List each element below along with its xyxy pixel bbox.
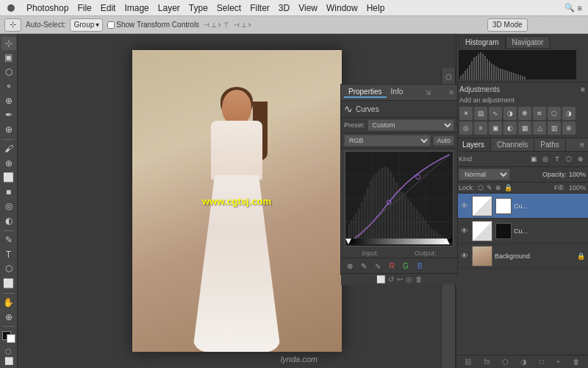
menu-extra[interactable]: ≡ (578, 4, 582, 13)
text-tool[interactable]: T (1, 248, 16, 261)
link-layers-btn[interactable]: ⛓ (465, 358, 472, 366)
pen-tool[interactable]: ✎ (1, 233, 16, 247)
3d-mode-btn[interactable]: 3D Mode (487, 18, 528, 32)
channel-dropdown[interactable]: RGB (344, 135, 431, 146)
curves-adj[interactable]: ∿ (489, 107, 502, 120)
gradient-tool[interactable]: ■ (1, 185, 16, 199)
exposure-adj[interactable]: ◑ (503, 107, 517, 120)
tab-info[interactable]: Info (387, 87, 408, 98)
delete-layer-btn[interactable]: 🗑 (573, 358, 580, 366)
layer-adj-icon[interactable]: ◎ (540, 154, 551, 164)
vibrance-adj[interactable]: ❋ (518, 107, 531, 120)
brightness-adj[interactable]: ☀ (459, 107, 473, 120)
levels-adj[interactable]: ▤ (474, 107, 487, 120)
hsl-adj[interactable]: ≋ (533, 107, 546, 120)
add-style-btn[interactable]: fx (484, 358, 490, 366)
lock-transparent-icon[interactable]: ⬡ (478, 184, 484, 191)
layer-pixel-icon[interactable]: ▣ (528, 154, 539, 164)
color-swatch[interactable] (2, 331, 15, 343)
visibility-curves-btn[interactable]: ◎ (406, 275, 412, 283)
search-icon[interactable]: 🔍 (564, 3, 575, 13)
threshold-adj[interactable]: △ (533, 121, 546, 135)
tab-properties[interactable]: Properties (344, 87, 387, 98)
preset-dropdown[interactable]: Custom (368, 119, 454, 131)
curves-smooth-btn[interactable]: ∿ (372, 260, 384, 272)
transform-controls-checkbox[interactable] (107, 21, 115, 29)
layer-item-curves2[interactable]: 👁 Cu... (456, 219, 588, 244)
colorbalance-adj[interactable]: ⬡ (548, 107, 561, 120)
layer-smart-icon[interactable]: ⊕ (576, 154, 586, 164)
add-group-btn[interactable]: □ (539, 358, 544, 366)
colorlookup-adj[interactable]: ▣ (489, 121, 502, 135)
apple-icon[interactable] (6, 3, 16, 13)
background-color[interactable] (7, 334, 15, 343)
quick-select-tool[interactable]: ⚬ (1, 80, 16, 93)
invert-adj[interactable]: ◐ (503, 121, 517, 135)
menu-3d[interactable]: 3D (274, 0, 294, 16)
tab-paths[interactable]: Paths (534, 138, 566, 151)
menu-edit[interactable]: Edit (96, 0, 121, 16)
path-tool[interactable]: ⬡ (1, 262, 16, 275)
lock-all-icon[interactable]: 🔒 (504, 184, 512, 191)
menu-type[interactable]: Type (184, 0, 212, 16)
curves-channel-g[interactable]: G (400, 260, 412, 272)
move-tool[interactable]: ⊹ (1, 37, 16, 50)
curves-channel-b[interactable]: B (414, 260, 426, 272)
tab-layers[interactable]: Layers (456, 138, 491, 151)
menu-window[interactable]: Window (322, 0, 362, 16)
layer-visibility-2[interactable]: 👁 (459, 226, 470, 236)
move-tool-btn[interactable]: ⊹ (4, 18, 21, 32)
fill-value[interactable]: 100% (569, 184, 586, 191)
menu-photoshop[interactable]: Photoshop (22, 0, 73, 16)
crop-tool[interactable]: ⊕ (1, 94, 16, 107)
menu-layer[interactable]: Layer (154, 0, 184, 16)
hand-tool[interactable]: ✋ (1, 296, 16, 309)
expand-panel-btn[interactable]: ⇲ (425, 88, 431, 96)
menu-image[interactable]: Image (120, 0, 153, 16)
channelmixer-adj[interactable]: ≡ (474, 121, 487, 135)
menu-select[interactable]: Select (212, 0, 245, 16)
curves-point-tool[interactable]: ⊕ (344, 260, 356, 272)
menu-file[interactable]: File (73, 0, 96, 16)
dodge-tool[interactable]: ◐ (1, 214, 16, 227)
eraser-tool[interactable]: ⬜ (1, 171, 16, 185)
quick-mask-btn[interactable]: ⬡ (5, 347, 12, 355)
undo-curves-btn[interactable]: ↺ (388, 275, 394, 283)
adjustments-menu-icon[interactable]: ≡ (581, 85, 585, 93)
brush-tool[interactable]: 🖌 (1, 142, 16, 155)
tab-navigator[interactable]: Navigator (506, 36, 551, 49)
eyedropper-tool[interactable]: ✒ (1, 109, 16, 122)
curves-draw-tool[interactable]: ✎ (358, 260, 370, 272)
menu-help[interactable]: Help (362, 0, 390, 16)
add-mask-btn[interactable]: ⬡ (502, 358, 509, 366)
marquee-tool[interactable]: ▣ (1, 52, 16, 65)
redo-curves-btn[interactable]: ↩ (397, 275, 403, 283)
blackwhite-adj[interactable]: ◑ (562, 107, 576, 120)
layers-panel-menu[interactable]: ≡ (576, 138, 588, 151)
layer-item-curves1[interactable]: 👁 Cu... (456, 194, 588, 219)
close-panel-btn[interactable]: ✕ (448, 88, 454, 96)
menu-filter[interactable]: Filter (245, 0, 274, 16)
layer-visibility-1[interactable]: 👁 (459, 201, 470, 211)
blur-tool[interactable]: ◎ (1, 200, 16, 213)
photofilter-adj[interactable]: ◎ (459, 121, 473, 135)
curves-channel-r[interactable]: R (386, 260, 398, 272)
layer-visibility-3[interactable]: 👁 (459, 251, 470, 261)
transform-controls-label[interactable]: Show Transform Controls (107, 21, 199, 29)
curves-graph[interactable] (345, 151, 453, 247)
delete-curves-btn[interactable]: 🗑 (415, 275, 423, 283)
auto-button[interactable]: Auto (433, 135, 454, 146)
clone-tool[interactable]: ⊕ (1, 157, 16, 170)
add-adjustment-btn[interactable]: ◑ (520, 358, 527, 366)
tab-channels[interactable]: Channels (491, 138, 534, 151)
clip-to-layer-btn[interactable]: ⬜ (376, 275, 385, 283)
layer-shape-icon[interactable]: ⬡ (564, 154, 574, 164)
right-tool-1[interactable]: ⬡ (442, 71, 454, 82)
shape-tool[interactable]: ⬜ (1, 277, 16, 290)
opacity-value[interactable]: 100% (569, 171, 586, 178)
add-layer-btn[interactable]: + (556, 358, 560, 366)
lock-position-icon[interactable]: ⊕ (495, 184, 501, 191)
lasso-tool[interactable]: ⬡ (1, 66, 16, 79)
layer-item-background[interactable]: 👁 Background 🔒 (456, 244, 588, 269)
blend-mode-select[interactable]: Normal (459, 169, 510, 180)
